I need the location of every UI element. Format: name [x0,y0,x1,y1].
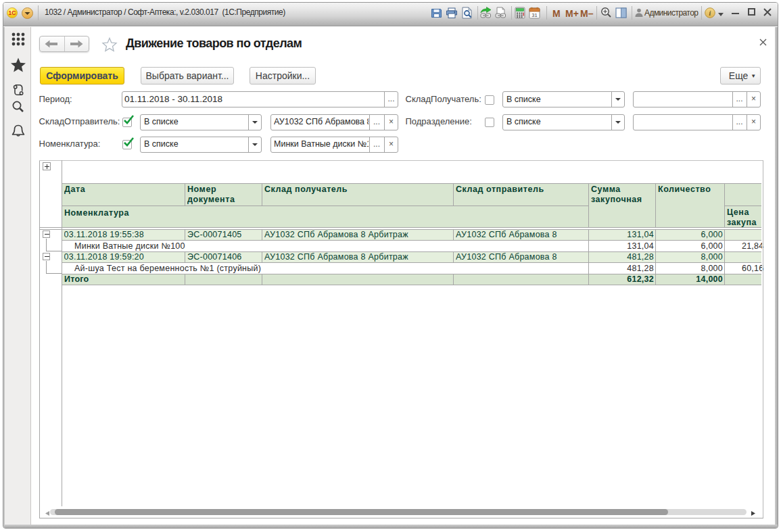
svg-text:1C: 1C [9,9,16,16]
svg-text:i: i [709,9,711,17]
svg-text:31: 31 [531,12,537,18]
